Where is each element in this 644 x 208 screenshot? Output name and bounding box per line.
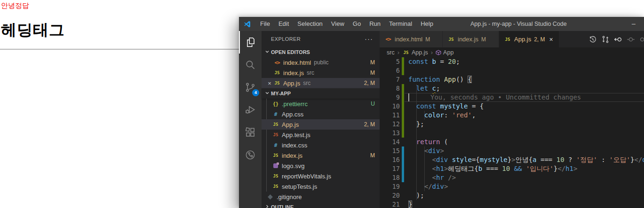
js-file-icon: JS	[402, 50, 410, 55]
code-line[interactable]: 19 </div>	[380, 182, 644, 191]
line-number[interactable]: 6	[380, 66, 400, 75]
next-change-icon[interactable]	[639, 35, 644, 44]
line-number[interactable]: 9	[380, 93, 400, 102]
line-number[interactable]: 10	[380, 102, 400, 111]
project-folder-header[interactable]: MY-APP	[262, 88, 380, 99]
code-line[interactable]: 13	[380, 129, 644, 138]
file-name: App.test.js	[282, 131, 310, 139]
menu-view[interactable]: View	[327, 17, 349, 31]
tab-index.js[interactable]: JSindex.jsM	[443, 31, 499, 47]
timeline-icon[interactable]	[588, 35, 597, 44]
file-tree-item[interactable]: logo.svg	[262, 161, 380, 171]
svgimg-file-icon	[273, 163, 278, 168]
js-file-icon: JS	[504, 37, 511, 42]
code-line[interactable]: 7function App() {	[380, 75, 644, 84]
code-line[interactable]: 17 <h1>헤딩태그{b === 10 && '입니다'}</h1>	[380, 164, 644, 173]
breadcrumb-item[interactable]: src	[387, 49, 395, 56]
code-line[interactable]: 6	[380, 66, 644, 75]
code-line[interactable]: 16 <div style={mystyle}>안녕{a === 10 ? '정…	[380, 155, 644, 164]
compare-changes-icon[interactable]	[601, 35, 610, 44]
code-token: >	[444, 183, 448, 190]
code-line[interactable]: 14 return (	[380, 138, 644, 146]
code-token: '오답'	[609, 156, 630, 163]
file-tree-item[interactable]: #index.css	[262, 140, 380, 150]
menu-go[interactable]: Go	[349, 17, 365, 31]
file-tree-item[interactable]: .gitignore	[262, 192, 380, 202]
code-token: }	[408, 200, 412, 208]
menu-edit[interactable]: Edit	[274, 17, 293, 31]
git-status-badge: M	[370, 152, 375, 159]
file-tree-item[interactable]: JSApp.js2, M	[262, 119, 380, 130]
outline-header[interactable]: OUTLINE	[262, 202, 380, 208]
code-line[interactable]: 12 };	[380, 120, 644, 129]
git-status-badge: M	[481, 36, 486, 43]
code-token: ,	[472, 111, 476, 119]
code-line[interactable]: 10 const mystyle = {	[380, 102, 644, 111]
file-tree-item[interactable]: JSsetupTests.js	[262, 181, 380, 192]
line-number[interactable]: 8	[380, 84, 400, 93]
line-number[interactable]: 12	[380, 120, 400, 129]
search-icon[interactable]	[239, 54, 262, 76]
menu-file[interactable]: File	[256, 17, 274, 31]
code-text: const b = 20;	[408, 57, 460, 66]
line-number[interactable]: 15	[380, 146, 400, 155]
line-number[interactable]: 17	[380, 164, 400, 173]
more-actions-icon[interactable]: ···	[365, 31, 373, 47]
menu-help[interactable]: Help	[416, 17, 437, 31]
open-editors-header[interactable]: OPEN EDITORS	[262, 47, 380, 57]
code-line[interactable]: 9You, seconds ago • Uncommitted changes	[380, 93, 644, 102]
code-line[interactable]: 15 <div>	[380, 146, 644, 155]
breadcrumb-item[interactable]: JSApp.js	[402, 49, 428, 56]
gitlens-icon[interactable]	[239, 144, 262, 166]
js-file-icon: JS	[273, 70, 281, 75]
close-icon[interactable]: ×	[549, 36, 553, 43]
code-token: div	[642, 156, 644, 163]
page-heading: 헤딩태그	[1, 20, 65, 41]
line-number[interactable]: 14	[380, 138, 400, 146]
code-line[interactable]: 8 let c;	[380, 84, 644, 93]
git-status-badge: 2, M	[364, 121, 375, 128]
file-tree-item[interactable]: {}.prettierrcU	[262, 99, 380, 109]
open-changes-icon[interactable]	[627, 35, 635, 44]
line-number[interactable]: 18	[380, 173, 400, 182]
menu-run[interactable]: Run	[365, 17, 385, 31]
source-control-icon[interactable]: 4	[239, 76, 262, 99]
code-line[interactable]: 11 color: 'red',	[380, 111, 644, 120]
line-number[interactable]: 13	[380, 129, 400, 138]
code-line[interactable]: 20 );	[380, 191, 644, 200]
line-number[interactable]: 11	[380, 111, 400, 120]
minimize-button[interactable]: –	[625, 17, 643, 31]
line-number[interactable]: 21	[380, 200, 400, 208]
code-text: );	[408, 191, 424, 200]
run-debug-icon[interactable]	[239, 99, 262, 121]
code-token: App	[444, 76, 456, 83]
explorer-icon[interactable]	[239, 31, 262, 54]
file-tree-item[interactable]: JSreportWebVitals.js	[262, 171, 380, 181]
line-number[interactable]: 19	[380, 182, 400, 191]
close-icon[interactable]: ×	[266, 80, 273, 87]
code-token: b	[478, 165, 482, 172]
code-token	[408, 156, 432, 163]
file-tree-item[interactable]: JSindex.jsM	[262, 150, 380, 161]
line-number[interactable]: 7	[380, 75, 400, 84]
code-line[interactable]: 21}	[380, 200, 644, 208]
code-token: {	[476, 156, 479, 163]
previous-change-icon[interactable]	[614, 35, 622, 44]
open-editor-item[interactable]: ×JSApp.jssrc2, M	[262, 78, 380, 88]
file-tree-item[interactable]: #App.css	[262, 109, 380, 119]
tab-index.html[interactable]: <>index.htmlM	[380, 31, 443, 47]
open-editor-item[interactable]: JSindex.jssrcM	[262, 68, 380, 78]
menu-selection[interactable]: Selection	[293, 17, 326, 31]
open-editor-item[interactable]: <>index.htmlpublicM	[262, 57, 380, 68]
line-number[interactable]: 5	[380, 57, 400, 66]
code-token: {	[529, 156, 533, 163]
code-line[interactable]: 18 <hr />	[380, 173, 644, 182]
line-number[interactable]: 16	[380, 155, 400, 164]
line-number[interactable]: 20	[380, 191, 400, 200]
file-tree-item[interactable]: JSApp.test.js	[262, 130, 380, 140]
menu-terminal[interactable]: Terminal	[385, 17, 416, 31]
extensions-icon[interactable]	[239, 121, 262, 144]
code-line[interactable]: 5const b = 20;	[380, 57, 644, 66]
tab-App.js[interactable]: JSApp.js2, M×	[499, 31, 559, 47]
breadcrumb-item[interactable]: App	[436, 49, 453, 56]
